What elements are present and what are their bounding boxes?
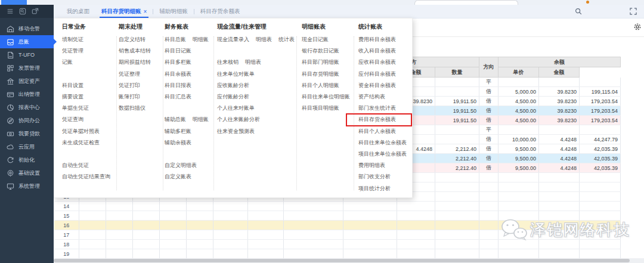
amount-cell: 179,203.54 — [580, 116, 621, 125]
menu-item[interactable]: 科目个人余额表 — [358, 128, 396, 135]
sidebar-item-cashier[interactable]: 出纳管理 — [0, 88, 54, 101]
menu-item[interactable]: 应收账龄分析 — [217, 82, 249, 89]
menu-item[interactable]: 科目部门明细账 — [302, 58, 339, 66]
menu-item[interactable]: 凭证整理 — [119, 70, 140, 78]
menu-item[interactable]: 明细账 — [193, 116, 209, 123]
fullscreen-icon[interactable] — [630, 8, 637, 15]
menu-item[interactable]: 自定义明细表 — [165, 162, 197, 169]
tab-3[interactable]: 辅助明细账 — [153, 5, 194, 18]
menu-item[interactable]: 明细表 — [256, 36, 272, 44]
export-icon[interactable] — [32, 8, 39, 15]
menu-item[interactable]: 往来核销 — [217, 58, 239, 66]
sidebar-item-bank[interactable]: 固定资产 — [0, 75, 54, 88]
menu-item[interactable]: 摘要设置 — [62, 93, 83, 101]
sidebar-item-collaboration[interactable]: 协同办公 — [0, 114, 54, 127]
tab-2[interactable]: 科目存货明细账× — [95, 5, 153, 18]
menu-item[interactable]: 科目往来单位余额表 — [358, 139, 407, 147]
sidebar-item-warehouse[interactable]: 移动仓管 — [0, 22, 54, 35]
search-icon[interactable] — [575, 8, 582, 15]
menu-item[interactable]: 科目往来单位明细账 — [302, 93, 350, 101]
sidebar-item-ledger[interactable]: 总账 — [0, 35, 54, 48]
menu-row: 填制凭证 — [62, 34, 110, 45]
menu-item[interactable]: 往来单位对账单 — [217, 70, 255, 78]
menu-item[interactable]: 应付账龄分析 — [217, 93, 249, 101]
menu-item[interactable]: 往来资金预测表 — [217, 128, 255, 135]
sidebar-item-cloud[interactable]: 云应用 — [0, 140, 54, 153]
menu-item[interactable]: 辅助余额表 — [165, 139, 191, 147]
menu-item[interactable]: 自动生凭证 — [62, 162, 89, 169]
menu-item[interactable]: 部门发生统计表 — [358, 104, 396, 112]
menu-item[interactable]: 明细账 — [193, 36, 209, 44]
menu-item[interactable]: 资金科目余额表 — [358, 82, 396, 89]
sidebar-item-report-pie[interactable]: 报表中心 — [0, 101, 54, 114]
menu-item[interactable]: 应收科目余额表 — [358, 58, 396, 66]
menu-item[interactable]: 未生成凭证检查 — [62, 139, 100, 147]
sidebar-item-initialize[interactable]: 初始化 — [0, 153, 54, 166]
menu-item[interactable]: 科目总账 — [165, 36, 186, 44]
cell — [106, 249, 133, 259]
menu-item[interactable]: 项目统计分析 — [358, 185, 391, 193]
gear-icon[interactable] — [633, 23, 642, 31]
menu-item[interactable]: 科目设置 — [62, 82, 83, 89]
sidebar-item-loan[interactable]: 我要贷款 — [0, 127, 54, 140]
table-row[interactable]: 14 — [54, 202, 621, 211]
menu-item[interactable]: 凭证查询 — [62, 116, 83, 123]
menu-item[interactable]: 银行存款日记账 — [302, 47, 339, 55]
menu-column-title: 明细账表 — [302, 23, 326, 31]
menu-item[interactable]: 科目个人明细账 — [302, 82, 339, 89]
menu-item[interactable]: 凭证打印 — [119, 82, 140, 89]
menu-item[interactable]: 明细表 — [245, 58, 261, 66]
sidebar-item-system[interactable]: 系统管理 — [0, 180, 54, 193]
menu-item[interactable]: 科目余额表 — [165, 70, 191, 78]
close-icon[interactable]: × — [144, 8, 147, 15]
menu-item[interactable]: 项目往来单位余额表 — [358, 150, 407, 158]
menu-item[interactable]: 现金流量录入 — [217, 36, 249, 44]
menu-item[interactable]: 个人往来账龄分析 — [217, 116, 260, 123]
menu-item[interactable]: 凭证单据对照表 — [62, 128, 100, 135]
menu-item[interactable]: 收入科目余额表 — [358, 47, 396, 55]
table-row[interactable]: 19 — [54, 249, 621, 259]
menu-item[interactable]: 费用科目余额表 — [358, 36, 396, 44]
menu-item[interactable]: 部门收支分析 — [358, 173, 391, 181]
menu-item[interactable]: 科目存货明细账 — [302, 70, 339, 78]
menu-item[interactable]: 自定义账表 — [165, 173, 191, 181]
menu-row: 应收账龄分析 — [217, 80, 295, 91]
menu-item[interactable]: 科目项目明细账 — [302, 104, 339, 112]
menu-item-highlighted[interactable]: 科目存货余额表 — [358, 116, 396, 123]
menu-item[interactable]: 账簿打印 — [119, 93, 140, 101]
menu-item[interactable]: 销售成本结转 — [119, 47, 151, 55]
menu-item[interactable]: 科目日记账 — [165, 47, 191, 55]
menu-column-divider — [163, 36, 163, 190]
menu-item[interactable]: 现金日记账 — [302, 36, 329, 44]
tab-1[interactable]: 我的桌面 — [61, 5, 95, 18]
hamburger-icon[interactable] — [7, 8, 14, 15]
menu-item[interactable]: 自定义结转 — [119, 36, 145, 44]
menu-item[interactable]: 单据生凭证 — [62, 104, 89, 112]
horizontal-scrollbar-thumb[interactable] — [54, 259, 630, 262]
sidebar-item-invoice[interactable]: 发票管理 — [0, 61, 54, 75]
tab-4[interactable]: 科目存货余额表 — [194, 5, 246, 18]
menu-item[interactable]: 数据扫描仪 — [119, 104, 145, 112]
menu-item[interactable]: 记账 — [62, 58, 73, 66]
system-icon — [7, 182, 14, 190]
menu-item[interactable]: 凭证管理 — [62, 47, 83, 55]
sidebar-item-t-ufo[interactable]: T-UFO — [0, 48, 54, 61]
horizontal-scrollbar[interactable] — [54, 258, 644, 263]
browser-strip-tab-fragment — [414, 0, 518, 5]
menu-item[interactable]: 辅助多栏账 — [165, 128, 191, 135]
sidebar-item-base-settings[interactable]: 基础设置 — [0, 166, 54, 180]
menu-item[interactable]: 科目多栏账 — [165, 58, 191, 66]
menu-row: 银行存款日记账 — [302, 45, 350, 57]
menu-item[interactable]: 费用明细表 — [358, 162, 385, 169]
menu-item[interactable]: 期间损益结转 — [119, 58, 151, 66]
menu-item[interactable]: 资产结构表 — [358, 93, 385, 101]
menu-item[interactable]: 自动生凭证结果查询 — [62, 173, 110, 181]
menu-item[interactable]: 统计表 — [278, 36, 295, 44]
menu-item[interactable]: 填制凭证 — [62, 36, 83, 44]
menu-item[interactable]: 辅助总账 — [165, 116, 186, 123]
menu-item[interactable]: 应付科目余额表 — [358, 70, 396, 78]
menu-item[interactable]: 科目汇总表 — [165, 93, 191, 101]
menu-item[interactable]: 个人往来对账单 — [217, 104, 255, 112]
search-box-icon[interactable] — [19, 8, 26, 15]
menu-item[interactable]: 科目日报表 — [165, 82, 191, 89]
